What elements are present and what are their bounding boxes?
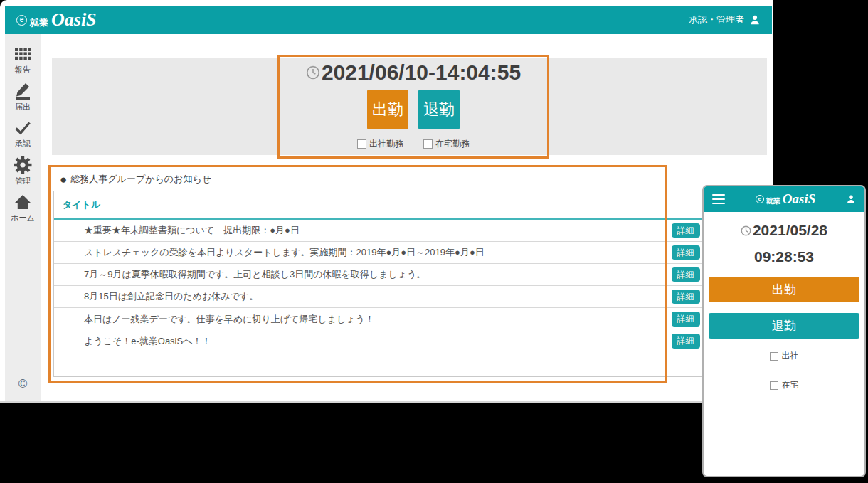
sidebar-item-manage[interactable]: 管理 [14,156,32,186]
row-number-cell [54,220,75,241]
column-header-title: タイトル [54,198,667,211]
app-logo: e 就業 OasiS [16,11,97,29]
home-icon [14,193,31,211]
gear-icon [14,156,32,174]
mobile-office-label: 出社 [782,350,799,362]
mobile-office-checkbox-box[interactable] [770,352,778,361]
announcement-title: 8月15日は創立記念日のためお休みです。 [75,286,667,307]
mobile-remote-label: 在宅 [782,379,799,391]
mobile-remote-checkbox[interactable]: 在宅 [704,379,864,391]
mobile-clock-icon [741,225,751,236]
punch-buttons: 出勤 退勤 [280,90,547,129]
mobile-app-header: e 就業 OasiS [704,186,864,212]
detail-button[interactable]: 詳細 [672,245,700,260]
sidebar-item-submit[interactable]: 届出 [14,82,31,112]
row-number-cell [54,286,75,307]
logo-latin-text: OasiS [51,11,97,29]
sidebar-label-home: ホーム [11,213,35,223]
sidebar-nav: 報告 届出 承認 [5,34,41,401]
mobile-office-checkbox[interactable]: 出社 [704,350,864,362]
row-number-cell [54,264,75,285]
remote-work-checkbox-box[interactable] [423,139,433,149]
mobile-app-logo: e 就業 OasiS [725,192,846,206]
user-role-label: 承認・管理者 [689,14,744,26]
announcements-table: タイトル ★重要★年末調整書類について 提出期限：●月●日 詳細 ストレスチェッ… [53,191,704,377]
sidebar-item-approve[interactable]: 承認 [14,119,31,149]
datetime-text: 2021/06/10-14:04:55 [322,60,521,85]
punch-clock-panel: 2021/06/10-14:04:55 出勤 退勤 出社勤務 在宅勤務 [277,55,549,159]
mobile-logo-latin-text: OasiS [783,192,815,206]
table-row: 本日はノー残業デーです。仕事を早めに切り上げて帰宅しましょう！ 詳細 [54,308,704,330]
announcement-title: ストレスチェックの受診を本日よりスタートします。実施期間：2019年●月●日～2… [75,242,667,263]
remote-work-checkbox[interactable]: 在宅勤務 [423,138,470,150]
mobile-person-icon[interactable] [846,194,856,204]
mobile-current-date: 2021/05/28 [704,222,864,239]
table-row: ようこそ！e-就業OasiSへ！！ 詳細 [54,330,704,352]
person-icon [749,14,761,26]
clock-out-button[interactable]: 退勤 [418,90,460,129]
announcements-section-title: ● 総務人事グループからのお知らせ [60,173,211,186]
table-row: 7月～9月は夏季休暇取得期間です。上司と相談し3日間の休暇を取得しましょう。 詳… [54,264,704,286]
announcement-title: ようこそ！e-就業OasiSへ！！ [75,330,667,352]
row-action-cell: 詳細 [667,286,704,307]
table-row: 8月15日は創立記念日のためお休みです。 詳細 [54,286,704,308]
logo-jp-text: 就業 [30,16,48,29]
announcement-title: 本日はノー残業デーです。仕事を早めに切り上げて帰宅しましょう！ [75,308,667,330]
row-action-cell: 詳細 [667,330,704,352]
clock-icon [306,65,320,80]
announcement-title: ★重要★年末調整書類について 提出期限：●月●日 [75,220,667,241]
screenshot-background: e 就業 OasiS 承認・管理者 [0,0,868,483]
row-action-cell: 詳細 [667,220,704,241]
announcements-title-text: 総務人事グループからのお知らせ [70,173,211,186]
mobile-clock-out-button[interactable]: 退勤 [709,313,859,339]
detail-button[interactable]: 詳細 [672,290,700,304]
row-number-cell [54,242,75,263]
clock-in-button[interactable]: 出勤 [367,90,408,129]
row-action-cell: 詳細 [667,308,704,330]
mobile-logo-e-icon: e [756,195,764,203]
table-header-row: タイトル [54,191,704,220]
sidebar-label-submit: 届出 [15,102,31,112]
table-row: ★重要★年末調整書類について 提出期限：●月●日 詳細 [54,220,704,242]
bullet-icon: ● [60,174,67,186]
office-work-label: 出社勤務 [369,138,403,150]
mobile-current-time: 09:28:53 [704,248,864,265]
table-row: ストレスチェックの受診を本日よりスタートします。実施期間：2019年●月●日～2… [54,242,704,264]
grid-icon [15,45,31,63]
check-icon [14,119,31,137]
main-app-window: e 就業 OasiS 承認・管理者 [0,0,773,403]
sidebar-label-approve: 承認 [15,139,31,149]
pencil-icon [14,82,31,100]
sidebar-item-home[interactable]: ホーム [11,193,35,223]
work-type-checkboxes: 出社勤務 在宅勤務 [280,138,547,150]
sidebar-label-manage: 管理 [15,176,31,186]
user-menu[interactable]: 承認・管理者 [689,14,761,26]
office-work-checkbox[interactable]: 出社勤務 [357,138,403,150]
detail-button[interactable]: 詳細 [672,223,700,238]
row-action-cell: 詳細 [667,242,704,263]
announcement-title: 7月～9月は夏季休暇取得期間です。上司と相談し3日間の休暇を取得しましょう。 [75,264,667,285]
current-datetime: 2021/06/10-14:04:55 [280,60,547,85]
remote-work-label: 在宅勤務 [435,138,470,150]
row-number-cell [54,330,75,352]
sidebar-item-report[interactable]: 報告 [15,45,31,75]
office-work-checkbox-box[interactable] [357,139,366,149]
row-number-cell [54,308,75,330]
mobile-logo-jp-text: 就業 [766,196,780,206]
mobile-date-text: 2021/05/28 [753,222,827,239]
app-header: e 就業 OasiS 承認・管理者 [5,6,772,34]
hamburger-menu-icon[interactable] [712,194,725,205]
mobile-app-window: e 就業 OasiS 2021/05/28 09:28:53 出勤 [702,185,866,477]
mobile-clock-in-button[interactable]: 出勤 [709,277,859,302]
copyright-icon: © [18,377,28,391]
detail-button[interactable]: 詳細 [672,312,700,326]
detail-button[interactable]: 詳細 [672,267,700,282]
mobile-remote-checkbox-box[interactable] [770,381,778,390]
sidebar-label-report: 報告 [15,65,31,75]
detail-button[interactable]: 詳細 [672,334,700,348]
row-action-cell: 詳細 [667,264,704,285]
logo-e-icon: e [16,15,27,26]
